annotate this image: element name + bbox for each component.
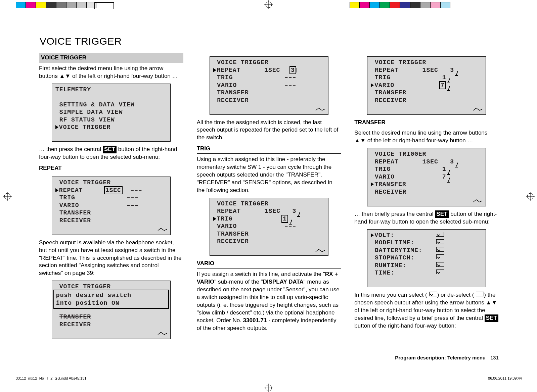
- switch-icon: [297, 68, 297, 72]
- lcd-row: VARIO –––: [55, 202, 167, 209]
- lcd-row: MODELTIME:: [371, 239, 482, 247]
- lcd-row: RECEIVER: [371, 97, 482, 104]
- pointer-icon: [213, 68, 216, 72]
- intro-paragraph: First select the desired menu line using…: [39, 65, 183, 80]
- lcd-title: TELEMETRY: [55, 86, 167, 94]
- density-box: [94, 2, 114, 9]
- pointer-icon: [213, 217, 216, 221]
- page: VOICE TRIGGER VOICE TRIGGER First select…: [0, 0, 537, 392]
- arrow-updown-icon: ▲▼: [486, 299, 497, 306]
- paragraph: In this menu you can select () or de-sel…: [354, 291, 499, 330]
- lcd-title: VOICE TRIGGER: [213, 200, 325, 208]
- registration-mark-top: [264, 0, 273, 9]
- lcd-row: TRIG 1: [371, 165, 482, 173]
- lcd-row: BATTERYTIME:: [371, 247, 482, 254]
- paragraph: All the time the assigned switch is clos…: [197, 119, 341, 142]
- lcd-row: TRANSFER: [371, 181, 482, 188]
- footer-symbol: [473, 105, 483, 113]
- lcd-row: VARIO 7: [371, 173, 482, 181]
- lcd-vario: VOICE TRIGGER REPEAT 1SEC 3 TRIG 1 VARIO…: [367, 56, 486, 115]
- lcd-title: VOICE TRIGGER: [213, 59, 325, 66]
- footer-symbol: [473, 197, 483, 205]
- lcd-row: RECEIVER: [55, 321, 167, 329]
- lcd-row: VOLT:: [371, 232, 482, 239]
- lcd-row: RECEIVER: [213, 97, 325, 104]
- column-3: VOICE TRIGGER REPEAT 1SEC 3 TRIG 1 VARIO…: [354, 53, 499, 343]
- lcd-row: TRIG 1: [213, 215, 325, 223]
- footer-symbol: [315, 105, 325, 113]
- lcd-row: REPEAT 1SEC 3: [371, 66, 482, 74]
- pointer-icon: [371, 182, 374, 186]
- lcd-row: RECEIVER: [371, 188, 482, 196]
- content-area: VOICE TRIGGER VOICE TRIGGER First select…: [39, 36, 499, 352]
- lcd-row: VARIO –––: [213, 223, 325, 230]
- lcd-row: STOPWATCH:: [371, 254, 482, 262]
- lcd-row: TRANSFER: [371, 89, 482, 97]
- subhead-trig: TRIG: [197, 145, 341, 154]
- checkbox-icon: [436, 239, 444, 244]
- registration-mark-left: [3, 192, 12, 201]
- footer-label: Program description: Telemetry menu: [395, 355, 486, 360]
- paragraph: … then press the central SET button of t…: [39, 146, 183, 161]
- highlighted-value: 1SEC: [104, 186, 123, 194]
- lcd-row: TRANSFER: [55, 209, 167, 217]
- lcd-trig: VOICE TRIGGER REPEAT 1SEC 3 TRIG 1 VARIO…: [210, 198, 328, 256]
- pointer-icon: [371, 83, 374, 87]
- set-button-label: SET: [103, 146, 117, 153]
- lcd-repeat-unassigned: VOICE TRIGGER REPEAT 1SEC ––– TRIG ––– V…: [52, 177, 171, 235]
- lcd-repeat-sw3: VOICE TRIGGER REPEAT 1SEC 3 TRIG ––– VAR…: [210, 56, 328, 115]
- checkbox-checked-icon: [429, 292, 437, 296]
- lcd-row: TRANSFER: [213, 89, 325, 97]
- registration-mark-right: [526, 192, 535, 201]
- export-timestamp: 06.06.2011 19:39:44: [488, 376, 522, 380]
- checkbox-icon: [436, 232, 444, 237]
- checkbox-empty-icon: [476, 292, 484, 296]
- paragraph: Using a switch assigned to this line - p…: [197, 156, 341, 194]
- highlighted-value: 1: [281, 215, 288, 223]
- set-button-label: SET: [435, 210, 449, 218]
- lcd-row: RECEIVER: [213, 238, 325, 245]
- indesign-filename: 33112_mx12_HoTT_2_GB.indd Abs45:131: [16, 376, 86, 380]
- section-voice-trigger: VOICE TRIGGER: [39, 53, 183, 63]
- lcd-row-hidden: TRANSFER: [55, 313, 167, 321]
- lcd-row: TRIG –––: [55, 194, 167, 202]
- lcd-row: REPEAT 1SEC 3: [213, 207, 325, 215]
- lcd-row: REPEAT 1SEC 3: [371, 158, 482, 166]
- lcd-row: SIMPLE DATA VIEW: [55, 108, 167, 116]
- lcd-row: REPEAT 1SEC –––: [55, 187, 167, 194]
- lcd-title: VOICE TRIGGER: [371, 59, 482, 66]
- lcd-row: TRANSFER: [213, 230, 325, 238]
- checkbox-icon: [436, 270, 444, 274]
- paragraph: Speech output is available via the headp…: [39, 239, 183, 278]
- lcd-row: REPEAT 1SEC 3: [213, 66, 325, 74]
- columns: VOICE TRIGGER First select the desired m…: [39, 53, 499, 343]
- color-bar-left: [16, 2, 96, 7]
- lcd-row: RECEIVER: [55, 217, 167, 225]
- lcd-row: RUNTIME:: [371, 262, 482, 270]
- column-1: VOICE TRIGGER First select the desired m…: [39, 53, 183, 343]
- paragraph: … then briefly press the central SET but…: [354, 210, 499, 226]
- highlighted-value: 3: [289, 66, 296, 74]
- pointer-icon: [55, 125, 58, 129]
- lcd-row: TRIG –––: [213, 74, 325, 82]
- pointer-icon: [55, 188, 58, 192]
- page-number: 131: [490, 355, 499, 360]
- color-bar-right: [350, 2, 450, 7]
- checkbox-icon: [436, 262, 444, 267]
- arrow-updown-icon: ▲▼: [354, 137, 366, 144]
- column-2: VOICE TRIGGER REPEAT 1SEC 3 TRIG ––– VAR…: [197, 53, 341, 343]
- subhead-repeat: REPEAT: [39, 164, 183, 173]
- lcd-transfer: VOICE TRIGGER REPEAT 1SEC 3 TRIG 1 VARIO…: [367, 148, 486, 206]
- paragraph: If you assign a switch in this line, and…: [197, 271, 341, 332]
- page-footer: Program description: Telemetry menu 131: [39, 355, 499, 360]
- paragraph: Select the desired menu line using the a…: [354, 129, 499, 145]
- page-title: VOICE TRIGGER: [40, 36, 499, 47]
- lcd-row: VOICE TRIGGER: [55, 124, 167, 131]
- lcd-row: VARIO 7: [371, 82, 482, 89]
- lcd-row: RF STATUS VIEW: [55, 116, 167, 124]
- subhead-transfer: TRANSFER: [354, 119, 499, 128]
- lcd-row: VARIO –––: [213, 82, 325, 89]
- footer-symbol: [158, 330, 168, 337]
- subhead-vario: VARIO: [197, 260, 341, 268]
- pointer-icon: [371, 233, 374, 237]
